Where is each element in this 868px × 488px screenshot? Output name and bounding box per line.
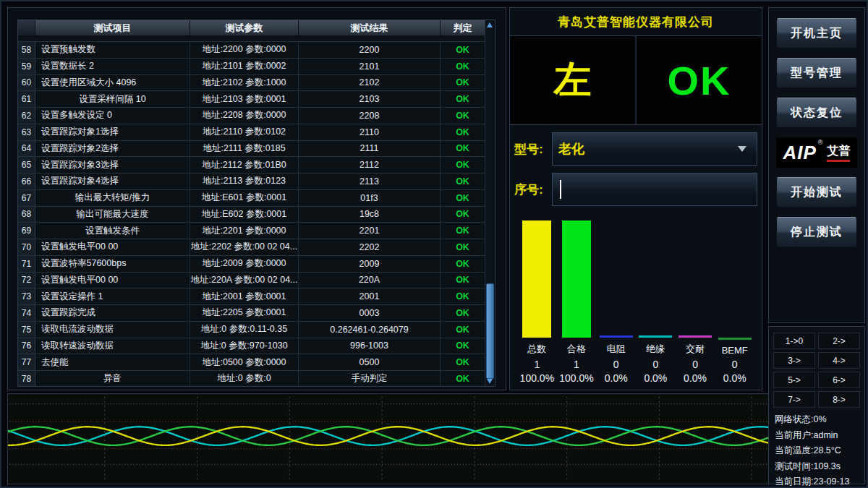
stat-count: 0 xyxy=(692,359,698,370)
cell-result: 0500 xyxy=(299,354,441,370)
cell-judge: OK xyxy=(441,75,485,91)
start-test-button[interactable]: 开始测试 xyxy=(776,177,857,207)
cell-param: 地址:220A 参数:00 02 04... xyxy=(190,273,299,288)
channel-button-3[interactable]: 3-> xyxy=(773,352,815,369)
cell-param: 地址:2111 参数:0185 xyxy=(190,141,299,157)
cell-param: 地址:2202 参数:00 02 04... xyxy=(190,239,299,255)
model-manage-button[interactable]: 型号管理 xyxy=(776,58,857,88)
channel-button-7[interactable]: 7-> xyxy=(773,391,815,408)
stat-column: 合格1100.0% xyxy=(557,221,597,384)
table-row[interactable]: 74设置跟踪完成地址:2205 参数:00010003OK xyxy=(18,305,485,322)
stop-test-button[interactable]: 停止测试 xyxy=(776,217,857,247)
table-row[interactable]: 73设置设定操作 1地址:2001 参数:00012001OK xyxy=(18,288,485,305)
stat-bar xyxy=(562,221,591,338)
table-row[interactable]: 57设置……地址:…… 参数:…………OK xyxy=(18,36,485,42)
stat-bar xyxy=(678,335,712,338)
status-temperature: 当前温度:28.5°C xyxy=(775,443,859,459)
channel-button-1[interactable]: 1->0 xyxy=(773,333,815,349)
cell-item: 设置波特率57600bps xyxy=(35,256,190,272)
table-row[interactable]: 67输出最大转矩/推力地址:E601 参数:000101f3OK xyxy=(18,190,485,207)
cell-item: 设置使用区域大小 4096 xyxy=(35,75,190,91)
cell-param: 地址:E601 参数:0001 xyxy=(190,190,299,206)
table-row[interactable]: 77去使能地址:0500 参数:00000500OK xyxy=(18,354,485,371)
cell-item: 设置多触发设定 0 xyxy=(35,108,190,124)
cell-param: 地址:2101 参数:0002 xyxy=(190,59,299,74)
result-indicator: OK xyxy=(635,36,762,124)
stats-chart: 总数1100.0%合格1100.0%电阻00.0%绝缘00.0%交耐00.0%B… xyxy=(517,221,754,384)
stat-column: BEMF00.0% xyxy=(715,221,754,384)
cell-num: 71 xyxy=(18,256,35,272)
table-row[interactable]: 61设置采样间隔 10地址:2103 参数:00012103OK xyxy=(18,91,485,108)
model-select[interactable]: 老化 xyxy=(552,132,757,166)
stat-label: BEMF xyxy=(722,345,748,356)
table-row[interactable]: 62设置多触发设定 0地址:2208 参数:00002208OK xyxy=(18,108,485,124)
table-row[interactable]: 68输出可能最大速度地址:E602 参数:000119c8OK xyxy=(18,207,485,223)
table-row[interactable]: 63设置跟踪对象1选择地址:2110 参数:01022110OK xyxy=(18,124,485,141)
table-row[interactable]: 75读取电流波动数据地址:0 参数:0.11-0.350.262461-0.26… xyxy=(18,322,485,338)
cell-num: 73 xyxy=(18,288,35,304)
channel-button-4[interactable]: 4-> xyxy=(818,352,860,369)
table-row[interactable]: 65设置跟踪对象3选择地址:2112 参数:01B02112OK xyxy=(18,157,485,174)
cell-num: 78 xyxy=(18,371,35,386)
channel-button-8[interactable]: 8-> xyxy=(818,391,860,408)
scroll-down-arrow-icon[interactable] xyxy=(487,379,493,384)
channel-button-2[interactable]: 2-> xyxy=(818,333,860,349)
table-row[interactable]: 76读取转速波动数据地址:0 参数:970-1030996-1003OK xyxy=(18,338,485,355)
chevron-down-icon[interactable] xyxy=(738,146,746,152)
cell-result: 2201 xyxy=(299,223,441,239)
indicator-row: 左 OK xyxy=(510,36,762,125)
logo-cn: 艾普 xyxy=(827,144,850,162)
status-test-time: 测试时间:109.3s xyxy=(775,459,859,475)
table-row[interactable]: 69设置触发条件地址:2201 参数:00002201OK xyxy=(18,223,485,239)
cell-judge: OK xyxy=(441,141,485,157)
table-row[interactable]: 78异音地址:0 参数:0手动判定OK xyxy=(18,371,485,386)
table-row[interactable]: 58设置预触发数地址:2200 参数:00002200OK xyxy=(18,42,485,59)
cell-item: 设置触发电平00 00 xyxy=(35,273,190,288)
cell-item: 设置触发电平00 00 xyxy=(35,239,190,255)
cell-result: 220A xyxy=(299,273,441,288)
scrollbar-thumb[interactable] xyxy=(486,283,494,379)
cell-result: 2102 xyxy=(299,75,441,91)
serial-input[interactable] xyxy=(552,173,757,206)
stat-label: 电阻 xyxy=(607,343,626,356)
cell-item: 读取转速波动数据 xyxy=(35,338,190,354)
table-row[interactable]: 60设置使用区域大小 4096地址:2102 参数:10002102OK xyxy=(18,75,485,92)
stat-count: 0 xyxy=(652,359,658,370)
stat-percent: 0.0% xyxy=(723,372,746,384)
channel-button-6[interactable]: 6-> xyxy=(818,372,860,388)
table-scrollbar[interactable] xyxy=(485,20,495,386)
scroll-up-arrow-icon[interactable] xyxy=(487,22,493,27)
sidebar: 开机主页型号管理状态复位 AIP ® 艾普 开始测试停止测试 xyxy=(768,7,865,323)
side-indicator: 左 xyxy=(510,36,635,124)
cell-num: 58 xyxy=(18,42,35,58)
table-row[interactable]: 72设置触发电平00 00地址:220A 参数:00 02 04...220AO… xyxy=(18,273,485,289)
cell-item: 设置数据长 2 xyxy=(35,59,190,74)
cell-num: 59 xyxy=(18,59,35,74)
home-button[interactable]: 开机主页 xyxy=(776,18,857,48)
table-row[interactable]: 66设置跟踪对象4选择地址:2113 参数:01232113OK xyxy=(18,174,485,190)
waveform-plot xyxy=(8,394,844,484)
cell-judge: OK xyxy=(441,124,485,140)
cell-param: 地址:0 参数:0.11-0.35 xyxy=(190,322,299,338)
cell-num: 70 xyxy=(18,239,35,255)
table-row[interactable]: 71设置波特率57600bps地址:2009 参数:00002009OK xyxy=(18,256,485,273)
table-row[interactable]: 64设置跟踪对象2选择地址:2111 参数:01852111OK xyxy=(18,141,485,158)
cell-item: 去使能 xyxy=(35,354,190,370)
cell-param: 地址:2201 参数:0000 xyxy=(190,223,299,239)
status-reset-button[interactable]: 状态复位 xyxy=(776,98,857,128)
table-header-index xyxy=(18,20,35,36)
status-user: 当前用户:admin xyxy=(775,428,859,444)
cell-result: 2001 xyxy=(299,288,441,304)
cell-item: 读取电流波动数据 xyxy=(35,322,190,338)
table-row[interactable]: 70设置触发电平00 00地址:2202 参数:00 02 04...2202O… xyxy=(18,239,485,256)
cell-num: 74 xyxy=(18,305,35,321)
cell-item: 设置预触发数 xyxy=(35,42,190,58)
table-row[interactable]: 59设置数据长 2地址:2101 参数:00022101OK xyxy=(18,59,485,75)
cell-result: 996-1003 xyxy=(299,338,441,354)
cell-result: 2111 xyxy=(299,141,441,157)
cell-param: 地址:0 参数:0 xyxy=(190,371,299,386)
stat-label: 合格 xyxy=(567,343,586,356)
channel-button-5[interactable]: 5-> xyxy=(773,372,815,388)
cell-result: 19c8 xyxy=(299,207,441,223)
cell-num: 68 xyxy=(18,207,35,223)
